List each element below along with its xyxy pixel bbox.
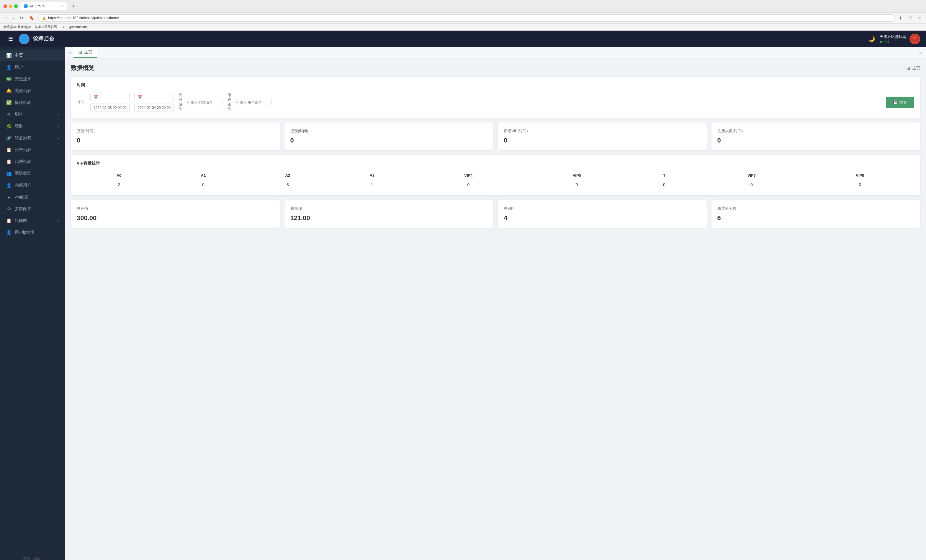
user-status: 在线 [880,39,906,44]
sidebar-item-teams[interactable]: 👥 团队概览 [0,168,65,179]
vip-col-a1: A1 [161,171,245,180]
bookmarks-bar: 程序搭建/开发/修复 认准->天美社区 TG：@tianmeibbs [0,23,926,30]
stat-total-register-value: 6 [717,214,914,222]
stat-total-vip-value: 4 [504,214,701,222]
stat-total-withdraw-label: 总提现 [291,206,487,211]
extensions-button[interactable]: 🛡 [906,15,914,21]
page-header: 数据概览 📊 主页 [71,64,920,72]
sidebar-item-lucky[interactable]: 🔗 转盘游戏 › [0,132,65,144]
sidebar: 📊 主页 👤 用户 💵 资金流水 🔔 充值列表 ✅ 提现列表 [0,47,65,560]
sidebar-item-label: 刷单 [15,112,55,117]
stat-withdraw-time-value: 0 [291,136,487,144]
tab-home-label: 主页 [85,50,92,55]
bookmark-1-label: 程序搭建/开发/修复 [3,25,31,29]
chevron-right-icon: › [58,136,59,140]
sidebar-item-vip-config[interactable]: ♦ vip配置 [0,191,65,203]
tab-title: AT Group [30,4,45,8]
tabs-next-button[interactable]: » [917,47,924,58]
stat-recharge-time: 充值(时间) 0 [71,123,280,150]
breadcrumb-icon: 📊 [906,66,911,70]
vip-col-a3: A3 [330,171,414,180]
stat-register-time: 注册人数(时间) 0 [711,123,920,150]
page-content: 数据概览 📊 主页 时间 时间 📅 [65,58,926,560]
sidebar-item-label: 理财 [15,124,55,129]
calendar-start-icon: 📅 [94,95,98,99]
vip-col-vip7: VIP7 [697,171,806,180]
chevron-right-icon: › [58,124,59,128]
sidebar-item-agents[interactable]: 📋 代理列表 [0,156,65,168]
bookmark-2-label: 认准->天美社区 [35,25,57,29]
withdraw-icon: ✅ [6,100,12,105]
sidebar-item-ip-check[interactable]: 👤 用户ip检测 [0,227,65,238]
stat-total-register: 总注册人数 6 [711,200,920,228]
bookmark-3[interactable]: TG：@tianmeibbs [61,25,88,29]
stat-total-recharge-label: 总充值 [77,206,274,211]
sidebar-item-label: 主页 [15,53,59,58]
sidebar-item-users[interactable]: 👤 用户 [0,61,65,73]
vip-col-a2: A2 [245,171,330,180]
tabs-prev-button[interactable]: « [67,47,74,58]
submit-button[interactable]: 💾 提交 [886,97,914,108]
carousel-icon: 📋 [6,218,12,223]
vip-val-vip7: 0 [697,180,806,189]
sidebar-item-label: 充值列表 [15,88,59,94]
ip-check-icon: 👤 [6,230,12,235]
teams-icon: 👥 [6,171,12,176]
chevron-right-icon: › [58,113,59,116]
browser-tab[interactable]: 🌐 AT Group ✕ [20,2,67,10]
bookmark-3-label: TG：@tianmeibbs [61,25,88,29]
sidebar-item-carousel[interactable]: 📋 轮播图 › [0,215,65,227]
theme-toggle-button[interactable]: 🌙 [869,36,875,42]
new-tab-button[interactable]: + [70,3,78,9]
date-start-value: 2024-02-03 00:00:00 [90,104,130,112]
reload-button[interactable]: ↻ [18,15,25,21]
calendar-end-icon: 📅 [138,95,142,99]
menu-toggle-button[interactable]: ☰ [6,35,15,43]
sidebar-item-label: 代理列表 [15,159,59,164]
sidebar-item-dashboard[interactable]: 📊 主页 [0,50,65,61]
sidebar-item-announcements[interactable]: 📋 公告列表 [0,144,65,156]
avatar-icon [910,34,920,44]
address-bar[interactable]: 🔒 https://shuadan102.timibbs.vip/timibbs… [38,14,894,21]
bookmarks-button[interactable]: 🔖 [27,15,36,21]
sidebar-item-label: 用户ip检测 [15,230,59,235]
sidebar-item-label: 公告列表 [15,147,59,153]
agent-input-wrapper: ✏ [184,99,223,106]
stat-withdraw-time-label: 提现(时间) [291,128,487,134]
bookmark-2[interactable]: 认准->天美社区 [35,25,57,29]
stat-total-register-label: 总注册人数 [717,206,914,211]
recharge-icon: 🔔 [6,88,12,94]
tab-close-button[interactable]: ✕ [61,5,64,8]
date-end-picker[interactable]: 📅 [134,93,174,101]
filter-row: 时间 📅 2024-02-03 00:00:00 📅 [77,93,914,112]
date-start-picker[interactable]: 📅 [90,93,130,101]
sidebar-item-swipe[interactable]: ⊘ 刷单 › [0,109,65,120]
share-button[interactable]: ⬆ [897,15,904,21]
submit-icon: 💾 [893,100,898,104]
chevron-right-icon: › [58,219,59,222]
sidebar-item-recharge[interactable]: 🔔 充值列表 [0,85,65,97]
back-button[interactable]: ‹ [3,15,9,21]
sidebar-item-withdraw[interactable]: ✅ 提现列表 [0,97,65,109]
vip-col-a0: A0 [77,171,161,180]
svg-point-1 [913,36,917,39]
user-input[interactable] [240,100,269,104]
sidebar-item-finance[interactable]: 🌿 理财 › [0,120,65,132]
vip-val-a1: 0 [161,180,245,189]
menu-button[interactable]: ≡ [917,15,923,21]
sidebar-nav: 📊 主页 👤 用户 💵 资金流水 🔔 充值列表 ✅ 提现列表 [0,47,65,552]
date-end-value: 2024-02-04 00:00:00 [134,104,174,112]
vip-val-vip8: 0 [806,180,914,189]
agent-input[interactable] [191,100,220,104]
stat-new-vip-time-label: 新增VIP(时间) [504,128,701,134]
sidebar-item-params[interactable]: ⚙ 参数配置 [0,203,65,215]
sidebar-item-internal[interactable]: 👤 内部用户 [0,179,65,191]
vip-col-t: T [631,171,697,180]
forward-button[interactable]: › [11,15,16,21]
user-label: 用户账号 [227,93,231,111]
sidebar-item-cashflow[interactable]: 💵 资金流水 [0,73,65,85]
announcements-icon: 📋 [6,147,12,153]
tab-home[interactable]: 📊 主页 [74,47,97,58]
bookmark-1[interactable]: 程序搭建/开发/修复 [3,25,31,29]
vip-val-vip5: 0 [523,180,631,189]
